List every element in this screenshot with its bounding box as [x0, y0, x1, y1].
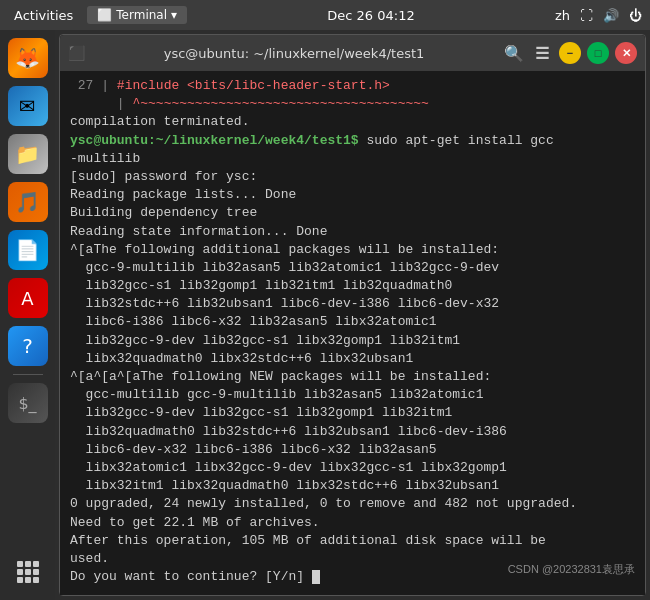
line-14: libc6-i386 libc6-x32 lib32asan5 libx32at… — [70, 313, 635, 331]
svg-rect-8 — [33, 577, 39, 583]
minimize-button[interactable]: − — [559, 42, 581, 64]
network-icon: ⛶ — [580, 8, 593, 23]
line-3: compilation terminated. — [70, 113, 635, 131]
line-7: Reading package lists... Done — [70, 186, 635, 204]
dock-files[interactable]: 📁 — [8, 134, 48, 174]
maximize-button[interactable]: □ — [587, 42, 609, 64]
terminal-titlebar: ⬛ ysc@ubuntu: ~/linuxkernel/week4/test1 … — [60, 35, 645, 71]
line-19: lib32gcc-9-dev lib32gcc-s1 lib32gomp1 li… — [70, 404, 635, 422]
svg-rect-1 — [25, 561, 31, 567]
terminal-content[interactable]: 27 | #include <bits/libc-header-start.h>… — [60, 71, 645, 595]
cursor — [312, 570, 320, 584]
line-16: libx32quadmath0 libx32stdc++6 libx32ubsa… — [70, 350, 635, 368]
line-13: lib32stdc++6 lib32ubsan1 libc6-dev-i386 … — [70, 295, 635, 313]
dock-software[interactable]: A — [8, 278, 48, 318]
line-2: | ^~~~~~~~~~~~~~~~~~~~~~~~~~~~~~~~~~~~~~ — [70, 95, 635, 113]
volume-icon: 🔊 — [603, 8, 619, 23]
line-8: Building dependency tree — [70, 204, 635, 222]
line-17: ^[a^[a^[aThe following NEW packages will… — [70, 368, 635, 386]
dock-terminal[interactable]: $_ — [8, 383, 48, 423]
line-18: gcc-multilib gcc-9-multilib lib32asan5 l… — [70, 386, 635, 404]
svg-rect-7 — [25, 577, 31, 583]
main-area: 🦊 ✉ 📁 🎵 📄 A ? $_ ⬛ ys — [0, 30, 650, 600]
line-10: ^[aThe following additional packages wil… — [70, 241, 635, 259]
power-icon: ⏻ — [629, 8, 642, 23]
line-11: gcc-9-multilib lib32asan5 lib32atomic1 l… — [70, 259, 635, 277]
line-4: ysc@ubuntu:~/linuxkernel/week4/test1$ su… — [70, 132, 635, 150]
line-6: [sudo] password for ysc: — [70, 168, 635, 186]
svg-rect-5 — [33, 569, 39, 575]
line-5: -multilib — [70, 150, 635, 168]
window-controls: 🔍 ☰ − □ ✕ — [503, 42, 637, 64]
terminal-icon: ⬛ — [68, 45, 85, 61]
menu-button[interactable]: ☰ — [531, 42, 553, 64]
line-22: libx32atomic1 libx32gcc-9-dev libx32gcc-… — [70, 459, 635, 477]
activities-button[interactable]: Activities — [8, 6, 79, 25]
terminal-tab[interactable]: ⬜ Terminal ▾ — [87, 6, 187, 24]
dock-libreoffice[interactable]: 📄 — [8, 230, 48, 270]
lang-indicator[interactable]: zh — [555, 8, 570, 23]
line-26: After this operation, 105 MB of addition… — [70, 532, 635, 550]
line-20: lib32quadmath0 lib32stdc++6 lib32ubsan1 … — [70, 423, 635, 441]
svg-rect-2 — [33, 561, 39, 567]
terminal-tab-icon: ⬜ — [97, 8, 112, 22]
close-button[interactable]: ✕ — [615, 42, 637, 64]
dock-firefox[interactable]: 🦊 — [8, 38, 48, 78]
system-tray: zh ⛶ 🔊 ⏻ — [555, 8, 642, 23]
dock: 🦊 ✉ 📁 🎵 📄 A ? $_ — [0, 30, 55, 600]
svg-rect-0 — [17, 561, 23, 567]
line-9: Reading state information... Done — [70, 223, 635, 241]
line-12: lib32gcc-s1 lib32gomp1 lib32itm1 lib32qu… — [70, 277, 635, 295]
svg-rect-3 — [17, 569, 23, 575]
line-15: lib32gcc-9-dev lib32gcc-s1 libx32gomp1 l… — [70, 332, 635, 350]
line-1: 27 | #include <bits/libc-header-start.h> — [70, 77, 635, 95]
system-bar-left: Activities ⬜ Terminal ▾ — [8, 6, 187, 25]
dock-rhythmbox[interactable]: 🎵 — [8, 182, 48, 222]
dock-help[interactable]: ? — [8, 326, 48, 366]
dock-separator — [13, 374, 43, 375]
line-23: libx32itm1 libx32quadmath0 libx32stdc++6… — [70, 477, 635, 495]
terminal-tab-label: Terminal — [116, 8, 167, 22]
datetime-display: Dec 26 04:12 — [327, 8, 414, 23]
line-21: libc6-dev-x32 libc6-i386 libc6-x32 lib32… — [70, 441, 635, 459]
watermark: CSDN @20232831袁思承 — [508, 562, 635, 577]
terminal-window: ⬛ ysc@ubuntu: ~/linuxkernel/week4/test1 … — [59, 34, 646, 596]
dock-apps-grid[interactable] — [8, 552, 48, 592]
line-25: Need to get 22.1 MB of archives. — [70, 514, 635, 532]
search-button[interactable]: 🔍 — [503, 42, 525, 64]
system-bar: Activities ⬜ Terminal ▾ Dec 26 04:12 zh … — [0, 0, 650, 30]
terminal-tab-arrow: ▾ — [171, 8, 177, 22]
svg-rect-4 — [25, 569, 31, 575]
svg-rect-6 — [17, 577, 23, 583]
terminal-title: ysc@ubuntu: ~/linuxkernel/week4/test1 — [93, 46, 495, 61]
dock-mail[interactable]: ✉ — [8, 86, 48, 126]
line-24: 0 upgraded, 24 newly installed, 0 to rem… — [70, 495, 635, 513]
